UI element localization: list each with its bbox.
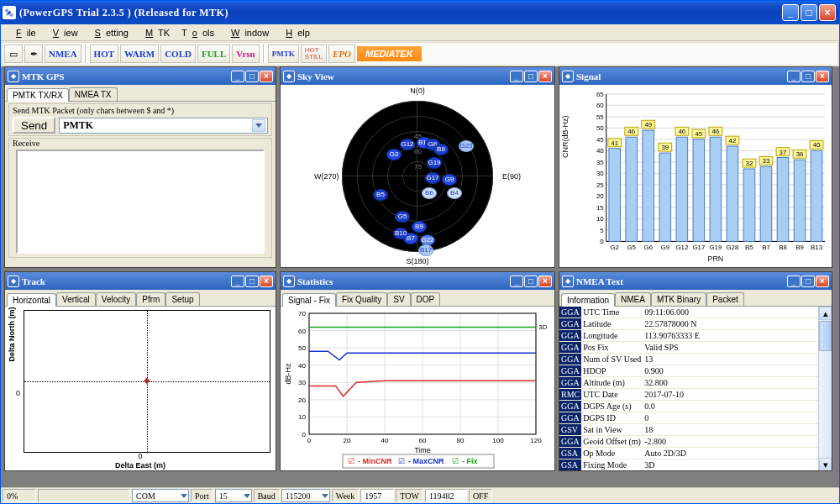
stats-icon: ◆ bbox=[283, 276, 295, 287]
table-row[interactable]: GSAOp ModeAuto 2D/3D bbox=[559, 448, 818, 459]
track-origin-x: 0 bbox=[138, 452, 142, 460]
st-min-button[interactable]: _ bbox=[510, 276, 523, 287]
tb-nmea-button[interactable]: NMEA bbox=[45, 45, 81, 63]
svg-text:G2: G2 bbox=[610, 244, 619, 251]
chevron-down-icon[interactable] bbox=[252, 119, 265, 132]
scroll-up-icon[interactable]: ▴ bbox=[819, 307, 832, 320]
st-max-button[interactable]: □ bbox=[524, 276, 538, 287]
mtk-max-button[interactable]: □ bbox=[245, 71, 259, 82]
sig-max-button[interactable]: □ bbox=[801, 71, 815, 82]
menu-setting[interactable]: Setting bbox=[85, 27, 134, 39]
trk-min-button[interactable]: _ bbox=[231, 276, 244, 287]
tb-hotstill-button[interactable]: HOT STILL bbox=[301, 45, 327, 63]
tab-packet[interactable]: Packet bbox=[706, 292, 744, 306]
close-button[interactable]: × bbox=[819, 4, 836, 21]
track-titlebar[interactable]: ◆ Track _□× bbox=[5, 272, 276, 290]
nm-min-button[interactable]: _ bbox=[787, 276, 801, 287]
tab-horizontal[interactable]: Horizontal bbox=[7, 293, 56, 307]
tab-nmea[interactable]: NMEA bbox=[615, 292, 651, 306]
svg-text:10: 10 bbox=[298, 413, 306, 421]
tab-sv[interactable]: SV bbox=[387, 292, 410, 306]
tab-signal-fix[interactable]: Signal - Fix bbox=[282, 293, 336, 307]
sat-B4: B4 bbox=[447, 187, 462, 199]
tab-vertical[interactable]: Vertical bbox=[56, 292, 96, 306]
sat-B9: B9 bbox=[412, 221, 427, 233]
tb-cold-button[interactable]: COLD bbox=[160, 45, 196, 63]
menu-tools[interactable]: Tools bbox=[176, 27, 219, 39]
table-row[interactable]: GGAHDOP0.900 bbox=[559, 365, 818, 377]
maximize-button[interactable]: □ bbox=[801, 4, 817, 21]
table-row[interactable]: GGAGeoid Offset (m)-2.800 bbox=[559, 436, 818, 448]
status-com-combo[interactable]: COM bbox=[132, 489, 189, 502]
svg-text:B8: B8 bbox=[779, 244, 787, 251]
menu-help[interactable]: Help bbox=[276, 27, 315, 39]
table-row[interactable]: GGALatitude22.57878000 N bbox=[559, 318, 818, 330]
sky-max-button[interactable]: □ bbox=[524, 71, 538, 82]
card-n: N(0) bbox=[410, 87, 425, 95]
mtk-min-button[interactable]: _ bbox=[231, 71, 244, 82]
title-bar[interactable]: 🛰 (PowerGPS Trial 2.3.5 ) (Released for … bbox=[1, 1, 839, 24]
table-row[interactable]: GGADGPS ID0 bbox=[559, 412, 818, 424]
tab-fix-quality[interactable]: Fix Quality bbox=[336, 292, 387, 306]
trk-close-button[interactable]: × bbox=[260, 276, 273, 287]
table-row[interactable]: RMCUTC Date2017-07-10 bbox=[559, 389, 818, 401]
tab-pfrm[interactable]: Pfrm bbox=[136, 292, 165, 306]
sig-close-button[interactable]: × bbox=[816, 71, 829, 82]
tab-nmea-tx[interactable]: NMEA TX bbox=[69, 87, 118, 101]
sig-min-button[interactable]: _ bbox=[787, 71, 801, 82]
track-origin-y: 0 bbox=[16, 389, 20, 397]
st-close-button[interactable]: × bbox=[538, 276, 552, 287]
tb-quill-button[interactable]: ✒ bbox=[24, 45, 43, 63]
tab-mtk-binary[interactable]: MTK Binary bbox=[651, 292, 706, 306]
tab-information[interactable]: Information bbox=[561, 293, 615, 307]
svg-rect-58 bbox=[727, 146, 738, 241]
table-row[interactable]: GGAUTC Time09:11:06.000 bbox=[559, 307, 818, 318]
tab-pmtk-txrx[interactable]: PMTK TX/RX bbox=[7, 88, 69, 102]
nm-close-button[interactable]: × bbox=[816, 276, 829, 287]
status-baud-combo[interactable]: 115200 bbox=[281, 489, 330, 502]
table-row[interactable]: GGALongitude113.90763333 E bbox=[559, 330, 818, 342]
table-row[interactable]: GGAAltitude (m)32.800 bbox=[559, 377, 818, 389]
svg-text:0: 0 bbox=[307, 437, 312, 444]
sky-close-button[interactable]: × bbox=[538, 71, 552, 82]
tb-new-button[interactable]: ▭ bbox=[4, 45, 23, 63]
mtk-subwindow: ◆ MTK GPS _□× PMTK TX/RX NMEA TX Send MT… bbox=[4, 66, 276, 268]
signal-icon: ◆ bbox=[562, 71, 574, 82]
signal-titlebar[interactable]: ◆ Signal _□× bbox=[559, 67, 832, 85]
tb-pmtk-button[interactable]: PMTK bbox=[268, 45, 299, 63]
tab-dop[interactable]: DOP bbox=[411, 292, 441, 306]
trk-max-button[interactable]: □ bbox=[245, 276, 259, 287]
minimize-button[interactable]: _ bbox=[782, 4, 799, 21]
tb-epo-button[interactable]: EPO bbox=[328, 45, 355, 63]
table-row[interactable]: GGAPos FixValid SPS bbox=[559, 342, 818, 354]
scroll-thumb[interactable] bbox=[819, 321, 832, 351]
receive-textarea[interactable] bbox=[16, 150, 265, 254]
tb-vrsn-button[interactable]: Vrsn bbox=[232, 45, 259, 63]
mtk-titlebar[interactable]: ◆ MTK GPS _□× bbox=[5, 67, 276, 85]
table-row[interactable]: GSVSat in View18 bbox=[559, 424, 818, 436]
table-row[interactable]: GGANum of SV Used13 bbox=[559, 354, 818, 365]
nm-max-button[interactable]: □ bbox=[801, 276, 815, 287]
stats-titlebar[interactable]: ◆ Statistics _□× bbox=[281, 272, 554, 290]
tb-warm-button[interactable]: WARM bbox=[120, 45, 159, 63]
nmea-tabs: Information NMEA MTK Binary Packet bbox=[559, 290, 832, 307]
skyview-titlebar[interactable]: ◆ Sky View _□× bbox=[281, 67, 554, 85]
pmtk-combo[interactable]: PMTK bbox=[59, 118, 268, 134]
tb-full-button[interactable]: FULL bbox=[197, 45, 230, 63]
status-port-combo[interactable]: 15 bbox=[215, 489, 252, 502]
menu-view[interactable]: View bbox=[43, 27, 83, 39]
menu-window[interactable]: Window bbox=[221, 27, 274, 39]
tab-setup[interactable]: Setup bbox=[165, 292, 199, 306]
tb-hot-button[interactable]: HOT bbox=[90, 45, 118, 63]
sky-min-button[interactable]: _ bbox=[510, 71, 523, 82]
scroll-down-icon[interactable]: ▾ bbox=[819, 458, 832, 470]
table-row[interactable]: GSAFixing Mode3D bbox=[559, 459, 818, 471]
tab-velocity[interactable]: Velocity bbox=[96, 292, 136, 306]
menu-file[interactable]: File bbox=[6, 27, 41, 39]
send-button[interactable]: Send bbox=[13, 117, 55, 134]
menu-mtk[interactable]: MTK bbox=[135, 27, 175, 39]
mtk-close-button[interactable]: × bbox=[260, 71, 273, 82]
vscrollbar[interactable]: ▴ ▾ bbox=[818, 307, 832, 470]
table-row[interactable]: GGADGPS Age (s)0.0 bbox=[559, 401, 818, 412]
nmea-titlebar[interactable]: ◆ NMEA Text _□× bbox=[559, 272, 832, 290]
